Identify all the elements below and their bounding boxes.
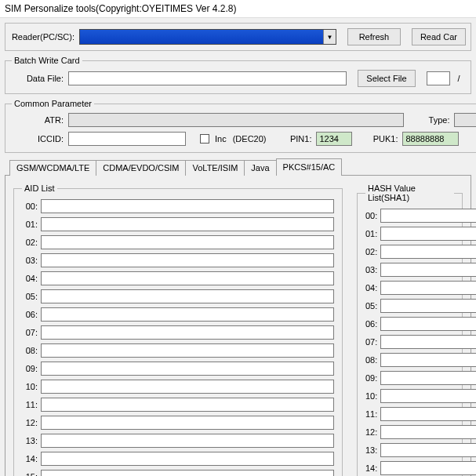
aid-index-label: 04:	[22, 274, 38, 283]
hash-input-5[interactable]	[380, 299, 476, 313]
hash-row: 04:	[365, 281, 454, 295]
aid-row: 01:	[22, 217, 334, 231]
aid-list-legend: AID List	[22, 183, 57, 193]
aid-row: 02:	[22, 235, 334, 249]
aid-row: 10:	[22, 380, 334, 394]
batch-legend: Batch Write Card	[12, 56, 82, 65]
aid-input-14[interactable]	[41, 452, 334, 466]
aid-input-15[interactable]	[41, 470, 334, 476]
aid-input-1[interactable]	[41, 217, 334, 231]
hash-input-3[interactable]	[380, 263, 476, 277]
aid-row: 14:	[22, 452, 334, 466]
hash-index-label: 05:	[365, 301, 377, 311]
tab-volte[interactable]: VoLTE/ISIM	[185, 160, 245, 176]
hash-input-10[interactable]	[380, 389, 476, 403]
dec20-label: (DEC20)	[233, 134, 267, 144]
aid-row: 03:	[22, 253, 334, 267]
hash-row: 02:	[365, 245, 454, 259]
aid-input-10[interactable]	[41, 380, 334, 394]
hash-index-label: 09:	[365, 373, 377, 383]
aid-input-13[interactable]	[41, 434, 334, 448]
hash-row: 14:	[365, 461, 454, 475]
tab-cdma[interactable]: CDMA/EVDO/CSIM	[96, 160, 186, 176]
tab-java[interactable]: Java	[244, 160, 276, 176]
hash-input-9[interactable]	[380, 371, 476, 385]
hash-input-6[interactable]	[380, 317, 476, 331]
chevron-down-icon[interactable]: ▼	[323, 30, 336, 44]
hash-row: 08:	[365, 353, 454, 367]
hash-list-group: HASH Value List(SHA1) 00:01:02:03:04:05:…	[357, 183, 463, 476]
atr-label: ATR:	[12, 115, 65, 125]
hash-index-label: 12:	[365, 427, 377, 437]
aid-input-0[interactable]	[41, 199, 334, 213]
puk1-input[interactable]	[402, 132, 459, 146]
inc-checkbox[interactable]	[200, 134, 209, 144]
tab-pkcs15[interactable]: PKCS#15/AC	[276, 158, 343, 176]
aid-input-12[interactable]	[41, 416, 334, 430]
hash-input-11[interactable]	[380, 407, 476, 421]
hash-input-2[interactable]	[380, 245, 476, 259]
aid-input-2[interactable]	[41, 235, 334, 249]
pin1-input[interactable]	[316, 132, 352, 146]
pin2-label: PIN2:	[470, 134, 476, 144]
aid-row: 11:	[22, 398, 334, 412]
iccid-label: ICCID:	[12, 134, 65, 144]
aid-index-label: 13:	[22, 436, 38, 445]
hash-input-13[interactable]	[380, 443, 476, 457]
hash-index-label: 04:	[365, 283, 377, 293]
aid-row: 15:	[22, 470, 334, 476]
tab-bar: GSM/WCDMA/LTE CDMA/EVDO/CSIM VoLTE/ISIM …	[9, 158, 471, 175]
hash-row: 13:	[365, 443, 454, 457]
aid-input-4[interactable]	[41, 271, 334, 285]
aid-row: 07:	[22, 325, 334, 340]
aid-input-9[interactable]	[41, 362, 334, 376]
hash-input-4[interactable]	[380, 281, 476, 295]
pin1-label: PIN1:	[277, 134, 313, 144]
read-card-button[interactable]: Read Car	[412, 28, 466, 45]
hash-row: 05:	[365, 299, 454, 313]
hash-input-14[interactable]	[380, 461, 476, 475]
common-legend: Common Parameter	[12, 99, 94, 108]
hash-input-8[interactable]	[380, 353, 476, 367]
aid-input-8[interactable]	[41, 343, 334, 358]
aid-input-11[interactable]	[41, 398, 334, 412]
reader-dropdown[interactable]: ▼	[79, 29, 336, 45]
aid-row: 05:	[22, 289, 334, 303]
hash-row: 07:	[365, 335, 454, 349]
aid-index-label: 09:	[22, 364, 38, 373]
hash-row: 10:	[365, 389, 454, 403]
aid-index-label: 01:	[22, 220, 38, 229]
hash-input-1[interactable]	[380, 227, 476, 241]
hash-input-12[interactable]	[380, 425, 476, 439]
aid-row: 04:	[22, 271, 334, 285]
aid-index-label: 14:	[22, 454, 38, 463]
aid-input-7[interactable]	[41, 325, 334, 340]
aid-row: 00:	[22, 199, 334, 213]
aid-index-label: 05:	[22, 292, 38, 301]
hash-index-label: 10:	[365, 391, 377, 401]
batch-write-card-group: Batch Write Card Data File: Select File …	[5, 56, 471, 94]
aid-row: 08:	[22, 343, 334, 358]
aid-index-label: 02:	[22, 238, 38, 247]
select-file-button[interactable]: Select File	[358, 70, 416, 87]
data-file-label: Data File:	[12, 74, 65, 83]
aid-input-5[interactable]	[41, 289, 334, 303]
aid-index-label: 15:	[22, 472, 38, 476]
aid-row: 13:	[22, 434, 334, 448]
hash-input-0[interactable]	[380, 209, 476, 223]
batch-index-a[interactable]	[427, 71, 450, 85]
aid-input-3[interactable]	[41, 253, 334, 267]
refresh-button[interactable]: Refresh	[347, 28, 401, 45]
hash-input-7[interactable]	[380, 335, 476, 349]
aid-index-label: 00:	[22, 202, 38, 211]
tab-gsm[interactable]: GSM/WCDMA/LTE	[9, 160, 96, 176]
atr-value	[68, 113, 404, 127]
type-value	[454, 113, 476, 127]
aid-list-group: AID List 00:01:02:03:04:05:06:07:08:09:1…	[13, 183, 343, 476]
aid-index-label: 10:	[22, 382, 38, 391]
data-file-input[interactable]	[68, 71, 347, 85]
iccid-input[interactable]	[68, 132, 186, 146]
hash-index-label: 08:	[365, 355, 377, 365]
aid-input-6[interactable]	[41, 307, 334, 322]
aid-index-label: 08:	[22, 346, 38, 355]
